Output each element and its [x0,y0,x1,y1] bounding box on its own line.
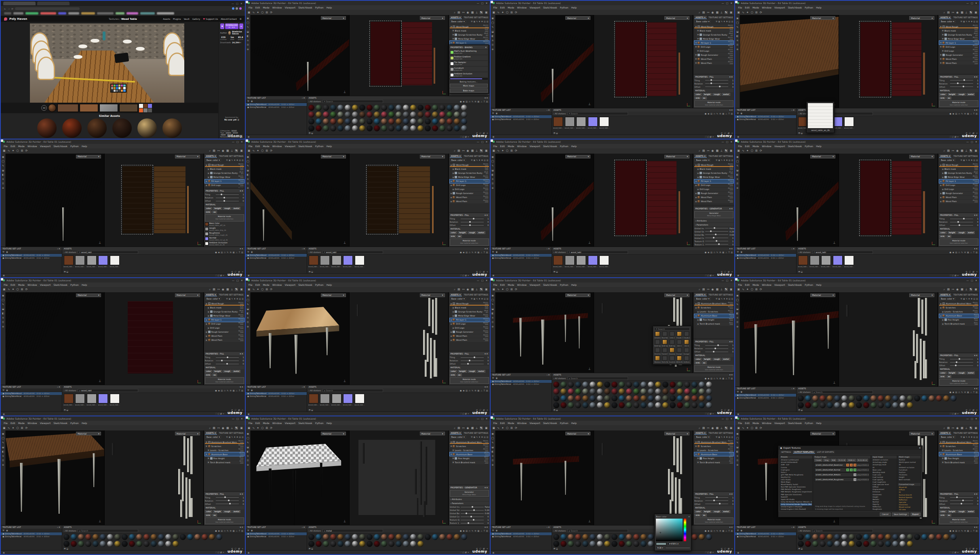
assets-filter-icon[interactable]: ⚙ [964,530,966,532]
visibility-icon[interactable]: ◉ [695,303,697,305]
assets-filter-icon[interactable]: ✎ [717,530,718,532]
downloads-count[interactable]: Downloads: 24,590 ▾ [220,42,243,44]
layer-toolbar-icon[interactable]: ✚ [726,20,728,23]
visibility-icon[interactable]: ◉ [695,315,697,317]
layer-blend-opacity[interactable]: Norm100 [728,49,733,53]
assets-filter-icon[interactable]: ● [705,112,706,115]
property-slider[interactable]: Rotation0 [694,347,733,350]
display-icon[interactable]: ◉ [956,426,959,430]
display-icon[interactable]: ▤ [702,11,705,14]
material-sphere[interactable] [929,395,935,401]
material-sphere[interactable] [885,541,891,547]
property-slider[interactable]: Global Contrast0 [694,237,733,239]
tsl-eye-icon[interactable]: ◉ [6,389,8,391]
texture-set-row[interactable]: ▣ DiningTableWood4096x40968-bit + dither [735,115,796,118]
material-sphere[interactable] [590,541,596,547]
shelf-crumb[interactable]: ‹ All shelves [554,530,566,532]
tool-icon[interactable]: ▣ [247,155,249,158]
assets-filter-icon[interactable]: ⚙ [474,100,476,103]
material-sphere[interactable] [352,118,358,125]
assets-filter-icon[interactable]: ◆ [953,530,954,532]
menu-sketchbook[interactable]: Sketchbook [53,145,67,148]
visibility-icon[interactable]: ◉ [942,311,944,313]
visibility-icon[interactable]: ◉ [206,323,207,325]
material-sphere[interactable] [648,402,654,408]
assets-filter-icon[interactable]: ⚙ [230,530,231,532]
collapse-icon[interactable]: ▾ ✕ [974,76,978,78]
material-sphere[interactable] [180,534,186,540]
channel-button-color[interactable]: color [694,510,702,513]
channel-button-rough[interactable]: rough [468,370,476,373]
output-map-format[interactable]: png ▾ 8 bits ▾ [857,479,868,481]
shelf-crumb[interactable]: ‹ All shelves [798,391,810,393]
material-sphere[interactable] [107,541,113,547]
collapse-icon[interactable]: ▾ ✕ [729,207,733,210]
display-icon[interactable]: ▤ [457,426,460,430]
visibility-icon[interactable]: ◉ [697,457,699,459]
layer-blend-opacity[interactable]: Norm100 [238,318,243,322]
material-sphere[interactable] [619,541,625,547]
slider-track[interactable] [216,504,239,504]
layer-row[interactable]: ◉Aluminium BaseMult100 [205,452,244,456]
tool-icon[interactable]: ▣ [247,294,249,297]
material-sphere[interactable] [929,534,935,540]
property-slider[interactable]: Offset0 [205,503,244,505]
viewport-3d[interactable]: Material▾⟂ [251,430,350,525]
layer-filter-select[interactable]: Base color ▾ [695,20,710,23]
property-slider[interactable]: Tiling1 [205,496,244,499]
layer-toolbar-icon[interactable]: ⚒ [960,20,962,23]
layer-blend-opacity[interactable]: Norm100 [973,53,978,57]
material-sphere[interactable] [626,541,632,547]
texture-thumb-cell[interactable]: wood_tabl… [98,394,109,406]
texture-set-row[interactable]: ▣ DiningTableWood4096x40968-bit + dither [735,254,796,257]
tool-icon[interactable]: ✎ [2,441,4,444]
menu-python[interactable]: Python [805,6,813,9]
material-sphere[interactable] [553,395,559,401]
channel-button-rough[interactable]: rough [223,207,232,210]
menu-python[interactable]: Python [560,145,569,148]
material-sphere[interactable] [633,534,639,540]
tool-icon[interactable]: ⬓ [491,169,494,171]
procedural-item[interactable]: BnW Spots 3 [669,340,675,347]
tool-option-icon[interactable]: ⬡ [261,11,263,14]
display-icon[interactable]: ▣ [240,288,243,291]
layer-blend-opacity[interactable]: Mult65 [729,33,733,36]
assets-filter-icon[interactable]: ● [215,530,217,532]
layer-blend-opacity[interactable]: Norm100 [973,49,978,53]
material-sphere[interactable] [641,534,647,540]
navigation-gizmo[interactable]: ⟂ [588,519,590,523]
assets-filter-icon[interactable]: ◆ [708,251,709,253]
assets-filter-icon[interactable]: ▥ [731,251,733,253]
material-sphere[interactable] [597,534,603,540]
assets-filter-icon[interactable]: ◆ [463,389,464,392]
slider-knob[interactable] [227,357,228,358]
assets-filter-icon[interactable]: ⚙ [474,389,476,392]
assets-filter-icon[interactable]: T [484,100,485,103]
layer-row[interactable]: ◉Grunge Scratches RustyMult65 [452,171,489,175]
tool-option-icon[interactable]: ⊞ [266,11,268,14]
layer-row[interactable]: ◉ScratchesNorm100 [694,444,733,448]
layer-row[interactable]: ◉Grunge Scratches RustyMult65 [452,33,489,36]
visibility-icon[interactable]: ◉ [940,62,942,64]
procedural-item[interactable]: Gaussian Noise [669,348,675,355]
menu-viewport[interactable]: Viewport [774,145,785,148]
material-sphere[interactable] [684,402,690,408]
texture-thumb-cell[interactable]: wood_tabl… [588,255,598,268]
menu-window[interactable]: Window [272,6,282,9]
status-icon[interactable]: + [957,274,959,276]
texture-set-row[interactable]: ▣ DiningTableMetal4096x40968-bit + dithe… [735,397,796,399]
layer-blend-opacity[interactable]: Norm100 [728,179,733,183]
assets-filter-icon[interactable]: ▤ [955,251,957,253]
tool-option-icon[interactable]: ✦ [257,426,259,430]
visibility-icon[interactable]: ◉ [695,200,697,203]
menu-mode[interactable]: Mode [508,422,514,424]
panel-close-icon[interactable]: ‹ ✕ [791,247,795,250]
layer-row[interactable]: ◉Torch Brushed maskNrm100 [696,460,733,464]
import-icon[interactable]: ⬒ ⬓ [64,547,68,550]
layer-row[interactable]: ◉Rough GeneratorNorm100 [939,192,978,195]
tool-icon[interactable]: ✎ [491,25,493,28]
tool-icon[interactable]: ✎ [247,25,249,28]
material-sphere[interactable] [396,541,402,547]
layer-blend-opacity[interactable]: Norm100 [973,310,978,314]
material-sphere[interactable] [691,534,698,540]
